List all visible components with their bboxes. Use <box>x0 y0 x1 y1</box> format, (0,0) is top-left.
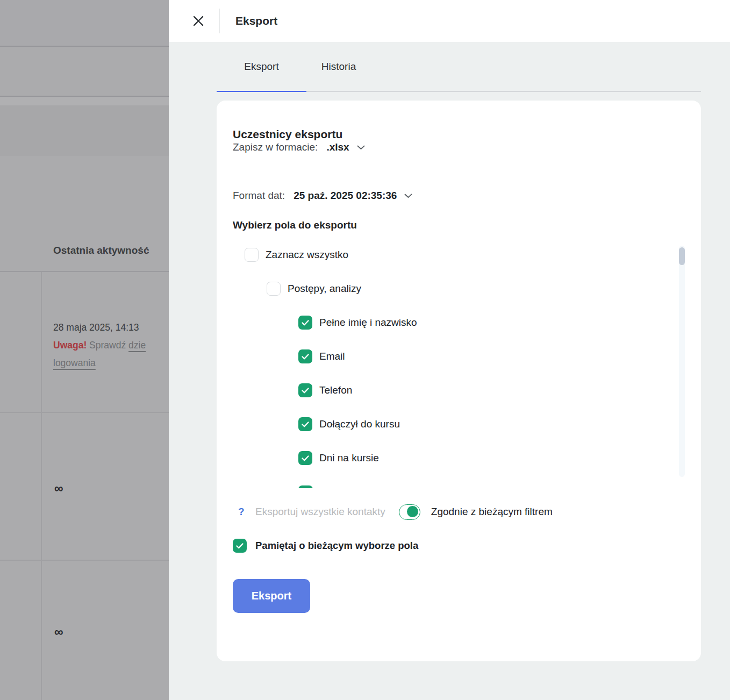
warning-text: Uwaga! <box>53 340 87 351</box>
infinity-value: ∞ <box>54 625 63 639</box>
table-gap-band <box>0 97 169 105</box>
drawer-header: Eksport <box>169 0 730 42</box>
table-row-band <box>0 0 169 46</box>
checkbox-label: Email <box>319 351 345 362</box>
activity-text: Sprawdź <box>89 340 126 351</box>
checkbox-partially-visible[interactable] <box>298 485 313 488</box>
drawer-title: Eksport <box>235 15 277 27</box>
export-card: Uczestnicy eksportu Zapisz w formacie: .… <box>217 101 701 661</box>
checkbox-label: Zaznacz wszystko <box>266 249 348 261</box>
activity-cell: 28 maja 2025, 14:13 Uwaga! Sprawdź dzie … <box>53 319 169 372</box>
date-format-label: Format dat: <box>233 190 285 202</box>
scrollbar-thumb[interactable] <box>679 247 685 265</box>
background-table: Ostatnia aktywność 28 maja 2025, 14:13 U… <box>0 0 169 700</box>
table-row-band <box>0 105 169 156</box>
checkbox-row-field[interactable]: Telefon <box>298 383 685 397</box>
checkbox-label: Dołączył do kursu <box>319 418 400 430</box>
fields-section-title: Wybierz pola do eksportu <box>233 219 685 231</box>
filter-toggle[interactable] <box>399 504 420 520</box>
row-divider <box>0 412 169 413</box>
card-title: Uczestnicy eksportu <box>233 101 685 141</box>
checkbox-row-field[interactable]: Dni na kursie <box>298 451 685 465</box>
chevron-down-icon <box>357 145 365 150</box>
checkbox-row-field[interactable]: Dołączył do kursu <box>298 417 685 431</box>
toggle-knob <box>407 506 418 517</box>
export-all-row: ? Eksportuj wszystkie kontakty Zgodnie z… <box>233 504 685 520</box>
tab-eksport[interactable]: Eksport <box>217 42 306 92</box>
fields-scroll-list: Zaznacz wszystko Postępy, analizy Pełne … <box>233 243 685 488</box>
date-format-select[interactable]: Format dat: 25 paź. 2025 02:35:36 <box>233 189 685 202</box>
header-divider <box>0 271 169 272</box>
checkbox-checked[interactable] <box>298 349 312 363</box>
remember-selection-row[interactable]: Pamiętaj o bieżącym wyborze pola <box>233 538 685 553</box>
checkbox-row-field[interactable]: Email <box>298 349 685 363</box>
checkbox-label: Pełne imię i nazwisko <box>319 317 417 328</box>
chevron-down-icon <box>404 194 412 198</box>
column-header-last-activity: Ostatnia aktywność <box>53 245 149 256</box>
checkbox-row-select-all[interactable]: Zaznacz wszystko <box>245 248 685 262</box>
activity-link: dzie <box>128 340 146 351</box>
tab-bar: Eksport Historia <box>217 42 701 92</box>
checkbox-unchecked[interactable] <box>267 282 281 296</box>
activity-link-second-line: logowania <box>53 358 96 368</box>
close-icon[interactable] <box>191 13 206 28</box>
checkbox-checked[interactable] <box>298 383 312 397</box>
column-divider <box>41 272 42 700</box>
checkbox-checked[interactable] <box>298 451 312 465</box>
checkbox-checked[interactable] <box>298 417 312 431</box>
checkbox-checked[interactable] <box>233 539 247 553</box>
checkbox-label: Telefon <box>319 384 352 396</box>
checkbox-checked[interactable] <box>298 316 312 330</box>
checkbox-label: Pamiętaj o bieżącym wyborze pola <box>255 540 418 552</box>
file-format-select[interactable]: Zapisz w formacie: .xlsx <box>233 141 685 154</box>
scrollbar-track[interactable] <box>679 246 685 477</box>
infinity-value: ∞ <box>54 481 63 496</box>
tab-historia[interactable]: Historia <box>306 42 371 92</box>
checkbox-label: Postępy, analizy <box>288 283 361 295</box>
help-icon[interactable]: ? <box>238 506 255 518</box>
file-format-value: .xlsx <box>326 141 349 153</box>
activity-date: 28 maja 2025, 14:13 <box>53 322 139 333</box>
file-format-label: Zapisz w formacie: <box>233 141 318 153</box>
checkbox-unchecked[interactable] <box>245 248 259 262</box>
header-divider <box>219 9 220 33</box>
export-all-muted-label: Eksportuj wszystkie kontakty <box>255 506 385 518</box>
current-filter-label: Zgodnie z bieżącym filtrem <box>431 506 553 518</box>
export-button[interactable]: Eksport <box>233 579 310 613</box>
checkbox-row-group[interactable]: Postępy, analizy <box>267 282 685 296</box>
row-divider <box>0 560 169 561</box>
date-format-value: 25 paź. 2025 02:35:36 <box>294 190 397 202</box>
row-divider <box>0 46 169 47</box>
export-drawer: Eksport Eksport Historia Uczestnicy eksp… <box>169 0 730 700</box>
checkbox-row-field[interactable]: Pełne imię i nazwisko <box>298 316 685 330</box>
checkbox-label: Dni na kursie <box>319 452 379 464</box>
